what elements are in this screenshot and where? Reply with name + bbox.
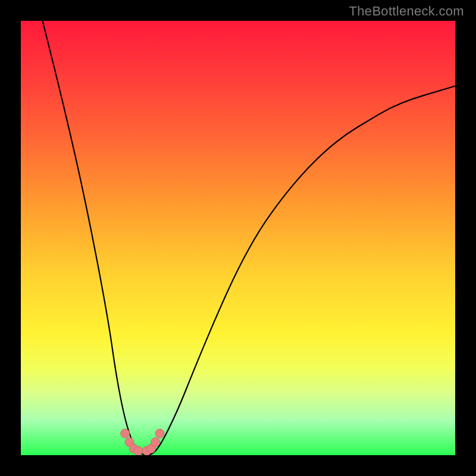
marker-dot [134, 446, 143, 455]
marker-dot [121, 429, 130, 438]
bottom-markers [121, 429, 164, 455]
chart-svg [21, 21, 455, 455]
marker-dot [151, 438, 160, 447]
chart-frame: TheBottleneck.com [0, 0, 476, 476]
bottleneck-curve [43, 21, 456, 455]
plot-area [21, 21, 455, 455]
watermark-text: TheBottleneck.com [349, 4, 464, 19]
marker-dot [155, 429, 164, 438]
